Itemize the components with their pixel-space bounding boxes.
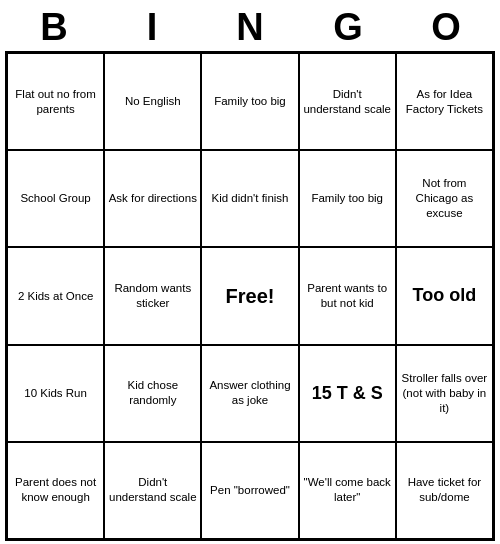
bingo-cell-14[interactable]: Too old xyxy=(396,247,493,344)
letter-o: O xyxy=(401,6,491,49)
letter-b: B xyxy=(9,6,99,49)
bingo-cell-15[interactable]: 10 Kids Run xyxy=(7,345,104,442)
bingo-cell-2[interactable]: Family too big xyxy=(201,53,298,150)
bingo-cell-21[interactable]: Didn't understand scale xyxy=(104,442,201,539)
letter-g: G xyxy=(303,6,393,49)
bingo-header: B I N G O xyxy=(5,0,495,51)
bingo-cell-4[interactable]: As for Idea Factory Tickets xyxy=(396,53,493,150)
bingo-cell-0[interactable]: Flat out no from parents xyxy=(7,53,104,150)
bingo-cell-24[interactable]: Have ticket for sub/dome xyxy=(396,442,493,539)
bingo-cell-22[interactable]: Pen "borrowed" xyxy=(201,442,298,539)
bingo-cell-16[interactable]: Kid chose randomly xyxy=(104,345,201,442)
bingo-grid: Flat out no from parentsNo EnglishFamily… xyxy=(5,51,495,541)
bingo-cell-6[interactable]: Ask for directions xyxy=(104,150,201,247)
bingo-cell-12[interactable]: Free! xyxy=(201,247,298,344)
letter-n: N xyxy=(205,6,295,49)
bingo-cell-18[interactable]: 15 T & S xyxy=(299,345,396,442)
bingo-cell-1[interactable]: No English xyxy=(104,53,201,150)
bingo-cell-10[interactable]: 2 Kids at Once xyxy=(7,247,104,344)
bingo-cell-3[interactable]: Didn't understand scale xyxy=(299,53,396,150)
letter-i: I xyxy=(107,6,197,49)
bingo-cell-20[interactable]: Parent does not know enough xyxy=(7,442,104,539)
bingo-cell-8[interactable]: Family too big xyxy=(299,150,396,247)
bingo-cell-11[interactable]: Random wants sticker xyxy=(104,247,201,344)
bingo-cell-5[interactable]: School Group xyxy=(7,150,104,247)
bingo-cell-7[interactable]: Kid didn't finish xyxy=(201,150,298,247)
bingo-cell-17[interactable]: Answer clothing as joke xyxy=(201,345,298,442)
bingo-cell-9[interactable]: Not from Chicago as excuse xyxy=(396,150,493,247)
bingo-cell-23[interactable]: "We'll come back later" xyxy=(299,442,396,539)
bingo-cell-19[interactable]: Stroller falls over (not with baby in it… xyxy=(396,345,493,442)
bingo-cell-13[interactable]: Parent wants to but not kid xyxy=(299,247,396,344)
